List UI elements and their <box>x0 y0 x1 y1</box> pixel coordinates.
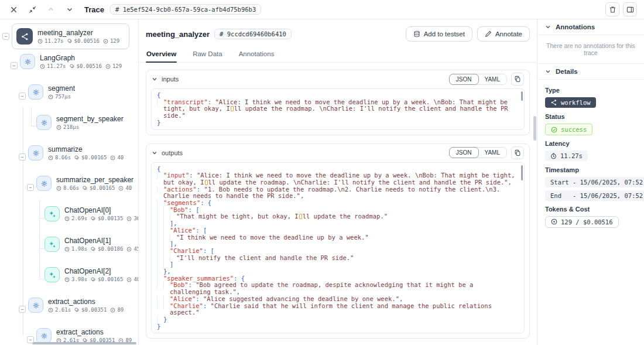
latency-badge: 11.27s <box>545 151 588 161</box>
tree-node[interactable]: −LangGraph11.27s$0.00516129 <box>0 54 138 77</box>
tab-overview[interactable]: Overview <box>146 47 177 62</box>
details-title: Details <box>556 68 578 75</box>
missing-glyph <box>231 106 234 111</box>
task-node-icon <box>20 54 35 69</box>
code-line: } <box>157 119 517 127</box>
trace-drawer-topbar: Trace # 1e5ef524-9cb0-657a-59ca-afb4d75b… <box>0 0 644 19</box>
tree-node[interactable]: −extract_actions2.61s$0.0035189 <box>0 298 138 321</box>
span-title: meeting_analyzer <box>146 30 210 39</box>
collapse-toggle[interactable]: − <box>27 184 34 191</box>
span-id-badge[interactable]: # 9ccdcd69460b6410 <box>214 29 292 39</box>
collapse-toggle[interactable]: − <box>11 62 18 69</box>
node-stats: 8.66s$0.0016540 <box>48 155 124 160</box>
node-name: ChatOpenAI[0] <box>64 206 139 214</box>
code-line: "Bob": "Bob agreed to update the roadmap… <box>170 282 517 295</box>
tree-node[interactable]: −summarize8.66s$0.0016540 <box>0 145 138 169</box>
annotations-title: Annotations <box>556 23 595 30</box>
code-line: "That might be tight, but okay, Ill upda… <box>176 213 517 220</box>
task-node-icon <box>36 115 52 130</box>
tab-annotations[interactable]: Annotations <box>238 47 275 62</box>
trace-label: Trace <box>84 5 104 14</box>
side-panel-toggle-icon[interactable] <box>623 2 637 16</box>
workflow-icon <box>550 99 557 106</box>
next-span-chevron-down-icon[interactable] <box>63 3 76 16</box>
trace-tree: −meeting_analyzer11.27s$0.00516129−LangG… <box>0 23 138 345</box>
node-stats: 11.27s$0.00516129 <box>37 38 119 44</box>
collapse-toggle[interactable]: − <box>19 93 26 100</box>
outputs-label: outputs <box>162 149 183 156</box>
chat-node-icon <box>44 237 60 252</box>
collapse-toggle[interactable]: − <box>2 33 9 40</box>
horizontal-scrollbar[interactable] <box>32 342 136 344</box>
tree-guide-line <box>39 279 46 279</box>
node-stats: 1.98s$0.0018645 <box>64 246 139 252</box>
workflow-node-icon <box>16 28 33 45</box>
missing-glyph <box>299 214 302 219</box>
database-icon <box>413 30 420 37</box>
format-toggle: JSON YAML <box>449 74 507 85</box>
vertical-scrollbar[interactable] <box>533 116 536 141</box>
yaml-toggle-button[interactable]: YAML <box>478 148 507 158</box>
node-name: meeting_analyzer <box>37 29 119 37</box>
collapse-toggle[interactable]: − <box>19 306 26 313</box>
inputs-json-viewer[interactable]: {"transcript": "Alice: I think we need t… <box>151 88 525 130</box>
tree-node[interactable]: −meeting_analyzer11.27s$0.00516129 <box>0 23 138 50</box>
tab-raw-data[interactable]: Raw Data <box>192 47 223 62</box>
outputs-json-viewer[interactable]: {"input": "Alice: I think we need to mov… <box>151 162 525 334</box>
chat-node-icon <box>44 206 60 221</box>
add-to-testset-button[interactable]: Add to testset <box>406 26 472 42</box>
prev-span-chevron-up-icon[interactable] <box>44 3 57 16</box>
code-line: "actions": "1. Bob needs to update the r… <box>163 186 517 200</box>
annotate-button[interactable]: Annotate <box>477 26 530 42</box>
code-line: ], <box>170 220 517 227</box>
task-node-icon <box>28 298 43 313</box>
code-scrollbar[interactable] <box>521 165 523 180</box>
outputs-section: outputs JSON YAML {"input": "Alice: I th… <box>146 144 530 339</box>
json-toggle-button[interactable]: JSON <box>449 74 479 85</box>
chevron-down-icon <box>545 69 551 74</box>
timestamp-start-badge: Start - 15/06/2025, 07:52:04 PM <box>545 177 644 187</box>
close-icon[interactable] <box>7 3 20 16</box>
code-line: "input": "Alice: I think we need to move… <box>163 172 517 186</box>
code-line: } <box>163 316 517 323</box>
tree-node[interactable]: ChatOpenAI[0]2.69s$0.0013536 <box>0 206 138 230</box>
timestamp-end-badge: End - 15/06/2025, 07:52:15 PM <box>545 190 644 201</box>
inputs-section: inputs JSON YAML {"transcript": "Alice: … <box>146 70 530 135</box>
collapse-expand-icon[interactable] <box>26 3 39 16</box>
inputs-label: inputs <box>162 76 179 83</box>
tokens-icon <box>551 218 557 225</box>
tree-node[interactable]: segment_by_speaker218μs <box>0 115 138 138</box>
type-workflow-badge: workflow <box>545 97 596 108</box>
span-detail-panel: meeting_analyzer # 9ccdcd69460b6410 Add … <box>139 19 537 345</box>
tokens-cost-label: Tokens & Cost <box>545 206 636 213</box>
node-name: LangGraph <box>40 54 122 62</box>
copy-icon[interactable] <box>511 73 524 86</box>
chevron-down-icon[interactable] <box>152 150 157 156</box>
node-stats: 3.98s$0.0016540 <box>64 276 139 282</box>
format-toggle: JSON YAML <box>449 147 507 158</box>
tree-guide-line <box>23 107 23 336</box>
tree-node[interactable]: −summarize_per_speaker8.66s$0.0016540 <box>0 176 138 199</box>
node-name: ChatOpenAI[1] <box>64 237 139 245</box>
code-line: "transcript": "Alice: I think we need to… <box>163 99 517 119</box>
timestamp-label: Timestamp <box>545 166 636 173</box>
collapse-toggle[interactable]: − <box>27 336 34 343</box>
chevron-down-icon[interactable] <box>152 76 157 82</box>
tree-node[interactable]: −segment757μs <box>0 84 138 108</box>
copy-icon[interactable] <box>511 146 524 159</box>
trace-id-badge[interactable]: # 1e5ef524-9cb0-657a-59ca-afb4d75b96b3 <box>110 4 261 15</box>
pencil-icon <box>485 30 492 37</box>
delete-trace-button[interactable] <box>605 2 619 16</box>
annotations-section-header[interactable]: Annotations <box>537 19 644 35</box>
details-section-header[interactable]: Details <box>537 64 644 80</box>
task-node-icon <box>36 328 52 343</box>
status-badge: success <box>545 124 592 135</box>
json-toggle-button[interactable]: JSON <box>449 147 479 158</box>
tree-node[interactable]: ChatOpenAI[2]3.98s$0.0016540 <box>0 267 138 291</box>
collapse-toggle[interactable]: − <box>19 153 26 160</box>
tree-guide-line <box>39 200 40 279</box>
tree-node[interactable]: ChatOpenAI[1]1.98s$0.0018645 <box>0 237 138 260</box>
code-scrollbar[interactable] <box>521 91 523 101</box>
yaml-toggle-button[interactable]: YAML <box>478 74 507 84</box>
chat-node-icon <box>44 267 60 282</box>
